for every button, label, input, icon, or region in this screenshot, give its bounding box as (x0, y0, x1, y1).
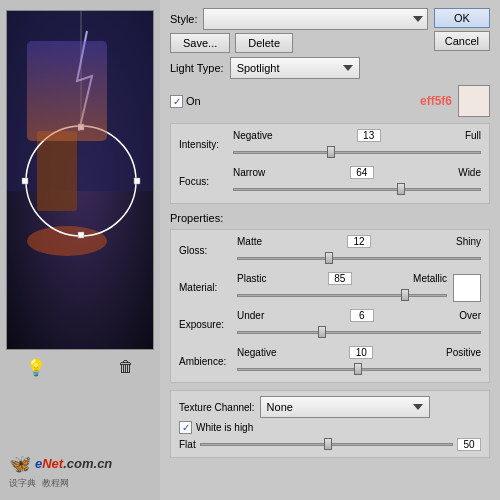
exposure-left: Under (237, 310, 264, 321)
watermark-site1: 设字典 (9, 477, 36, 490)
intensity-right-label: Full (465, 130, 481, 141)
ambience-value[interactable]: 10 (349, 346, 373, 359)
properties-label: Properties: (170, 212, 490, 224)
focus-slider-item: Focus: Narrow 64 Wide (179, 166, 481, 197)
ambience-label: Ambience: (179, 356, 233, 367)
preview-bottom-icons: 💡 🗑 (6, 350, 154, 385)
focus-range-labels: Narrow 64 Wide (233, 166, 481, 179)
intensity-focus-box: Intensity: Negative 13 Full Focus: (170, 123, 490, 204)
enet-com: .com.cn (63, 456, 112, 471)
intensity-track-wrap (233, 144, 481, 160)
material-label: Material: (179, 282, 233, 293)
white-is-high-label: White is high (196, 422, 253, 433)
intensity-left-label: Negative (233, 130, 272, 141)
flat-label: Flat (179, 439, 196, 450)
light-type-row: Light Type: Spotlight (170, 57, 490, 79)
white-is-high-checkbox[interactable]: ✓ (179, 421, 192, 434)
gloss-left: Matte (237, 236, 262, 247)
bulb-icon[interactable]: 💡 (26, 358, 46, 377)
gloss-thumb[interactable] (325, 252, 333, 264)
flat-thumb[interactable] (324, 438, 332, 450)
texture-value: None (267, 401, 293, 413)
exposure-track (237, 331, 481, 334)
ambience-left: Negative (237, 347, 276, 358)
ambience-slider-item: Ambience: Negative 10 Positive (179, 346, 481, 377)
intensity-slider-item: Intensity: Negative 13 Full (179, 129, 481, 160)
gloss-slider-item: Gloss: Matte 12 Shiny (179, 235, 481, 266)
left-panel: 💡 🗑 🦋 eNet.com.cn 设字典 教程网 (0, 0, 160, 500)
svg-rect-5 (78, 124, 84, 130)
ok-cancel-area: OK Cancel (434, 8, 490, 51)
texture-dropdown[interactable]: None (260, 396, 430, 418)
svg-rect-6 (134, 178, 140, 184)
focus-right-label: Wide (458, 167, 481, 178)
controls-left: Style: Save... Delete (170, 8, 428, 53)
cancel-button[interactable]: Cancel (434, 31, 490, 51)
style-label: Style: (170, 13, 198, 25)
focus-track-wrap (233, 181, 481, 197)
watermark-site2: 教程网 (42, 477, 69, 490)
svg-point-3 (27, 226, 107, 256)
focus-track (233, 188, 481, 191)
color-swatch[interactable] (458, 85, 490, 117)
texture-dropdown-arrow (413, 404, 423, 410)
preview-area (6, 10, 154, 350)
style-dropdown[interactable] (203, 8, 428, 30)
material-left: Plastic (237, 273, 266, 284)
top-controls: Style: Save... Delete OK Cancel (170, 8, 490, 53)
intensity-thumb[interactable] (327, 146, 335, 158)
on-checkbox[interactable]: ✓ (170, 95, 183, 108)
trash-icon[interactable]: 🗑 (118, 358, 134, 377)
flat-value[interactable]: 50 (457, 438, 481, 451)
right-panel: Style: Save... Delete OK Cancel Light Ty… (160, 0, 500, 500)
gloss-value[interactable]: 12 (347, 235, 371, 248)
light-type-dropdown[interactable]: Spotlight (230, 57, 360, 79)
light-type-arrow (343, 65, 353, 71)
svg-rect-8 (22, 178, 28, 184)
exposure-slider-item: Exposure: Under 6 Over (179, 309, 481, 340)
light-type-label: Light Type: (170, 62, 224, 74)
exposure-value[interactable]: 6 (350, 309, 374, 322)
exposure-label: Exposure: (179, 319, 233, 330)
exposure-right: Over (459, 310, 481, 321)
intensity-range-labels: Negative 13 Full (233, 129, 481, 142)
svg-rect-7 (78, 232, 84, 238)
svg-rect-2 (37, 131, 77, 211)
exposure-thumb[interactable] (318, 326, 326, 338)
material-thumb[interactable] (401, 289, 409, 301)
intensity-track (233, 151, 481, 154)
focus-label: Focus: (179, 176, 229, 187)
enet-net: Net (42, 456, 63, 471)
material-track (237, 294, 447, 297)
ambience-thumb[interactable] (354, 363, 362, 375)
material-value[interactable]: 85 (328, 272, 352, 285)
material-color-swatch[interactable] (453, 274, 481, 302)
on-label: On (186, 95, 201, 107)
gloss-track (237, 257, 481, 260)
ambience-right: Positive (446, 347, 481, 358)
delete-button[interactable]: Delete (235, 33, 293, 53)
texture-section: Texture Channel: None ✓ White is high Fl… (170, 390, 490, 458)
focus-left-label: Narrow (233, 167, 265, 178)
gloss-label: Gloss: (179, 245, 233, 256)
intensity-value[interactable]: 13 (357, 129, 381, 142)
focus-thumb[interactable] (397, 183, 405, 195)
ok-button[interactable]: OK (434, 8, 490, 28)
accent-color-text: eff5f6 (420, 94, 452, 108)
material-right: Metallic (413, 273, 447, 284)
save-button[interactable]: Save... (170, 33, 230, 53)
properties-box: Gloss: Matte 12 Shiny Material: (170, 229, 490, 383)
gloss-right: Shiny (456, 236, 481, 247)
style-dropdown-arrow (413, 16, 423, 22)
focus-value[interactable]: 64 (350, 166, 374, 179)
material-slider-item: Material: Plastic 85 Metallic (179, 272, 481, 303)
light-type-value: Spotlight (237, 62, 280, 74)
preview-image (7, 11, 153, 349)
intensity-label: Intensity: (179, 139, 229, 150)
texture-label: Texture Channel: (179, 402, 255, 413)
